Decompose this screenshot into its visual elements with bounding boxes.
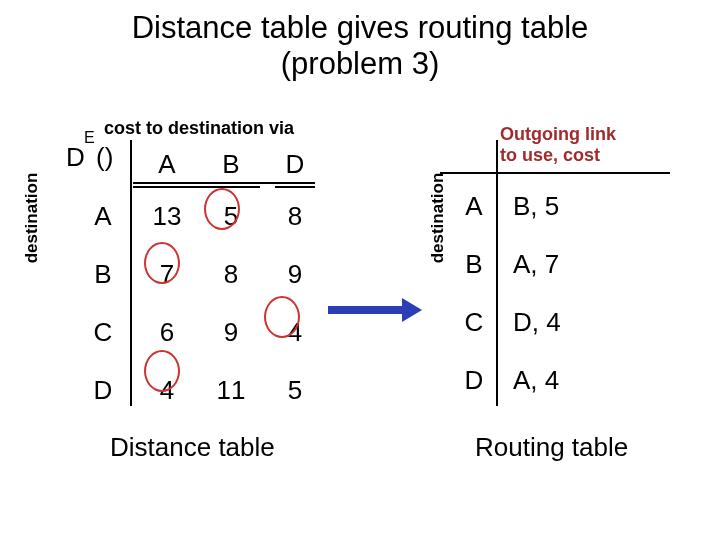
routing-link-C: D, 4 — [497, 294, 634, 350]
dist-B-via-B: 8 — [200, 246, 262, 302]
dist-dest-A: A — [72, 188, 134, 244]
routing-dest-A: A — [454, 178, 495, 234]
distance-table-caption: Distance table — [110, 432, 275, 463]
dist-col-B: B — [200, 142, 262, 186]
dist-D-via-D: 5 — [264, 362, 326, 418]
dist-D-label: D — [66, 142, 85, 173]
dist-vertical-label: destination — [22, 138, 42, 298]
cost-guide-label: cost to destination via — [104, 118, 294, 139]
routing-hrule — [440, 172, 670, 174]
routing-dest-C: C — [454, 294, 495, 350]
dist-A-via-D: 8 — [264, 188, 326, 244]
routing-dest-D: D — [454, 352, 495, 408]
slide-title: Distance table gives routing table (prob… — [0, 10, 720, 81]
dist-B-via-D: 9 — [264, 246, 326, 302]
min-circle-B — [144, 242, 180, 284]
dist-row-A: A 13 5 8 — [72, 188, 326, 244]
routing-link-A: B, 5 — [497, 178, 634, 234]
dist-col-D: D — [264, 142, 326, 186]
dist-col-A: A — [136, 142, 198, 186]
routing-row-A: A B, 5 — [454, 178, 634, 234]
routing-row-B: B A, 7 — [454, 236, 634, 292]
dist-dest-C: C — [72, 304, 134, 360]
dist-E-superscript: E — [84, 129, 95, 147]
routing-row-C: C D, 4 — [454, 294, 634, 350]
dist-dest-B: B — [72, 246, 134, 302]
dist-row-B: B 7 8 9 — [72, 246, 326, 302]
outgoing-link-guide: Outgoing link to use, cost — [500, 124, 616, 165]
distance-table: D E () A B D A 13 5 8 B 7 8 9 C — [70, 140, 328, 420]
dist-dest-D: D — [72, 362, 134, 418]
routing-dest-B: B — [454, 236, 495, 292]
routing-link-B: A, 7 — [497, 236, 634, 292]
min-circle-A — [204, 188, 240, 230]
routing-vertical-label: destination — [428, 138, 448, 298]
min-circle-C — [264, 296, 300, 338]
routing-link-D: A, 4 — [497, 352, 634, 408]
min-circle-D — [144, 350, 180, 392]
dist-A-via-A: 13 — [136, 188, 198, 244]
arrow-shaft — [328, 306, 404, 314]
dist-paren: () — [96, 142, 113, 173]
routing-table-caption: Routing table — [475, 432, 628, 463]
dist-row-D: D 4 11 5 — [72, 362, 326, 418]
dist-D-via-B: 11 — [200, 362, 262, 418]
arrow-right-icon — [402, 298, 422, 322]
dist-C-via-B: 9 — [200, 304, 262, 360]
routing-table: A B, 5 B A, 7 C D, 4 D A, 4 — [452, 176, 636, 410]
routing-row-D: D A, 4 — [454, 352, 634, 408]
